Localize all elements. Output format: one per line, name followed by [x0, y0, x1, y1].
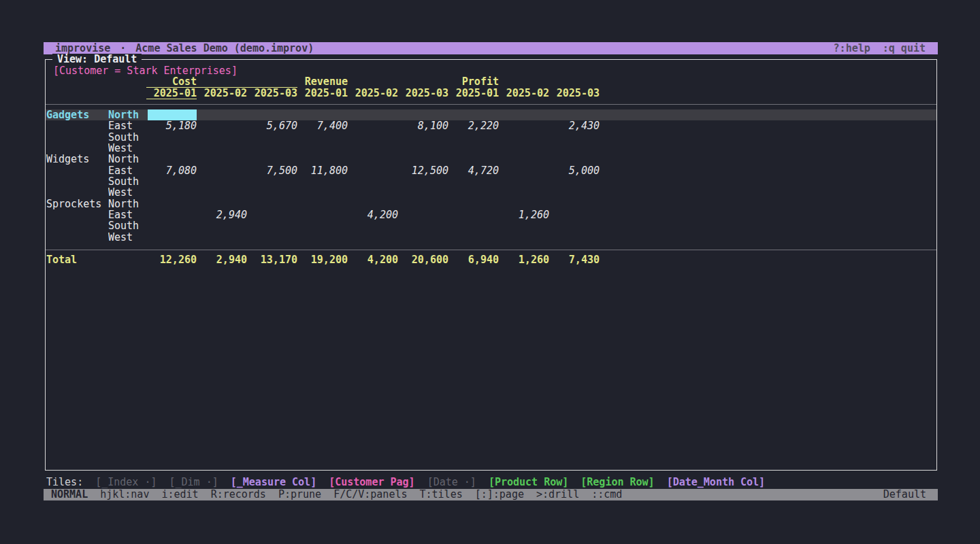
value-cell[interactable]	[297, 199, 348, 209]
value-cell[interactable]	[146, 176, 197, 187]
value-cell[interactable]	[348, 165, 398, 176]
value-cell[interactable]	[448, 143, 499, 154]
value-cell[interactable]	[197, 232, 247, 243]
value-cell[interactable]	[146, 232, 197, 243]
value-cell[interactable]	[549, 154, 600, 165]
value-cell[interactable]	[549, 209, 600, 220]
value-cell[interactable]	[297, 132, 348, 143]
value-cell[interactable]	[348, 220, 398, 231]
value-cell[interactable]: 1,260	[499, 209, 549, 220]
value-cell[interactable]	[297, 187, 348, 198]
month-column-header[interactable]: 2025-02	[499, 88, 549, 99]
value-cell[interactable]	[146, 209, 197, 220]
value-cell[interactable]	[348, 187, 398, 198]
value-cell[interactable]	[247, 132, 297, 143]
value-cell[interactable]: 2,220	[448, 120, 499, 131]
table-row[interactable]: East2,9404,2001,260	[46, 209, 936, 220]
table-row[interactable]: SprocketsNorth	[46, 199, 936, 209]
value-cell[interactable]	[398, 132, 448, 143]
table-row[interactable]: South	[46, 176, 936, 187]
value-cell[interactable]	[197, 165, 247, 176]
value-cell[interactable]	[348, 232, 398, 243]
month-column-header[interactable]: 2025-01	[146, 88, 197, 99]
value-cell[interactable]	[247, 187, 297, 198]
value-cell[interactable]	[247, 199, 297, 209]
table-row[interactable]: East5,1805,6707,4008,1002,2202,430	[46, 120, 936, 131]
value-cell[interactable]	[549, 143, 600, 154]
value-cell[interactable]	[348, 109, 398, 120]
value-cell[interactable]	[297, 209, 348, 220]
value-cell[interactable]	[448, 209, 499, 220]
value-cell[interactable]	[197, 176, 247, 187]
value-cell[interactable]: 4,720	[448, 165, 499, 176]
value-cell[interactable]	[348, 199, 398, 209]
value-cell[interactable]	[499, 120, 549, 131]
measure-group-header-profit[interactable]: Profit	[448, 76, 600, 88]
value-cell[interactable]	[297, 109, 348, 120]
value-cell[interactable]	[197, 143, 247, 154]
value-cell[interactable]	[398, 176, 448, 187]
value-cell[interactable]: 12,500	[398, 165, 448, 176]
value-cell[interactable]	[398, 209, 448, 220]
value-cell[interactable]	[448, 154, 499, 165]
value-cell[interactable]	[146, 199, 197, 209]
month-column-header[interactable]: 2025-03	[549, 88, 600, 99]
tile-measurecol[interactable]: [_Measure Col]	[231, 477, 316, 488]
month-column-header[interactable]: 2025-03	[247, 88, 297, 99]
table-row[interactable]: GadgetsNorth	[46, 109, 936, 120]
tile-datemonthcol[interactable]: [Date_Month Col]	[667, 477, 766, 488]
value-cell[interactable]	[398, 143, 448, 154]
value-cell[interactable]	[146, 109, 197, 120]
value-cell[interactable]	[398, 187, 448, 198]
value-cell[interactable]	[448, 109, 499, 120]
value-cell[interactable]	[197, 199, 247, 209]
value-cell[interactable]	[499, 154, 549, 165]
value-cell[interactable]: 7,500	[247, 165, 297, 176]
value-cell[interactable]	[146, 154, 197, 165]
value-cell[interactable]	[197, 187, 247, 198]
value-cell[interactable]	[448, 132, 499, 143]
value-cell[interactable]	[549, 199, 600, 209]
tile-date[interactable]: [Date ·]	[427, 477, 476, 488]
value-cell[interactable]	[146, 187, 197, 198]
value-cell[interactable]	[297, 220, 348, 231]
value-cell[interactable]	[146, 143, 197, 154]
value-cell[interactable]	[499, 199, 549, 209]
value-cell[interactable]	[549, 176, 600, 187]
month-column-header[interactable]: 2025-02	[348, 88, 398, 99]
value-cell[interactable]	[247, 176, 297, 187]
value-cell[interactable]: 2,430	[549, 120, 600, 131]
value-cell[interactable]: 7,400	[297, 120, 348, 131]
measure-group-header-revenue[interactable]: Revenue	[297, 76, 448, 88]
value-cell[interactable]	[197, 132, 247, 143]
value-cell[interactable]	[348, 176, 398, 187]
value-cell[interactable]	[448, 199, 499, 209]
value-cell[interactable]	[348, 154, 398, 165]
value-cell[interactable]	[297, 232, 348, 243]
tile-index[interactable]: [_Index ·]	[95, 477, 157, 488]
value-cell[interactable]: 8,100	[398, 120, 448, 131]
value-cell[interactable]	[197, 154, 247, 165]
value-cell[interactable]	[247, 109, 297, 120]
page-filter-chip[interactable]: [Customer = Stark Enterprises]	[53, 65, 238, 77]
value-cell[interactable]	[448, 232, 499, 243]
value-cell[interactable]	[549, 232, 600, 243]
value-cell[interactable]: 5,180	[146, 120, 197, 131]
value-cell[interactable]	[146, 132, 197, 143]
value-cell[interactable]	[197, 109, 247, 120]
value-cell[interactable]	[197, 220, 247, 231]
measure-group-header-cost[interactable]: Cost	[146, 76, 297, 88]
table-row[interactable]: West	[46, 187, 936, 198]
value-cell[interactable]	[247, 209, 297, 220]
value-cell[interactable]	[448, 220, 499, 231]
value-cell[interactable]	[398, 199, 448, 209]
value-cell[interactable]	[197, 120, 247, 131]
value-cell[interactable]: 11,800	[297, 165, 348, 176]
month-column-header[interactable]: 2025-01	[297, 88, 348, 99]
value-cell[interactable]	[247, 232, 297, 243]
value-cell[interactable]	[398, 220, 448, 231]
value-cell[interactable]	[549, 109, 600, 120]
value-cell[interactable]	[146, 220, 197, 231]
value-cell[interactable]	[348, 132, 398, 143]
table-row[interactable]: WidgetsNorth	[46, 154, 936, 165]
